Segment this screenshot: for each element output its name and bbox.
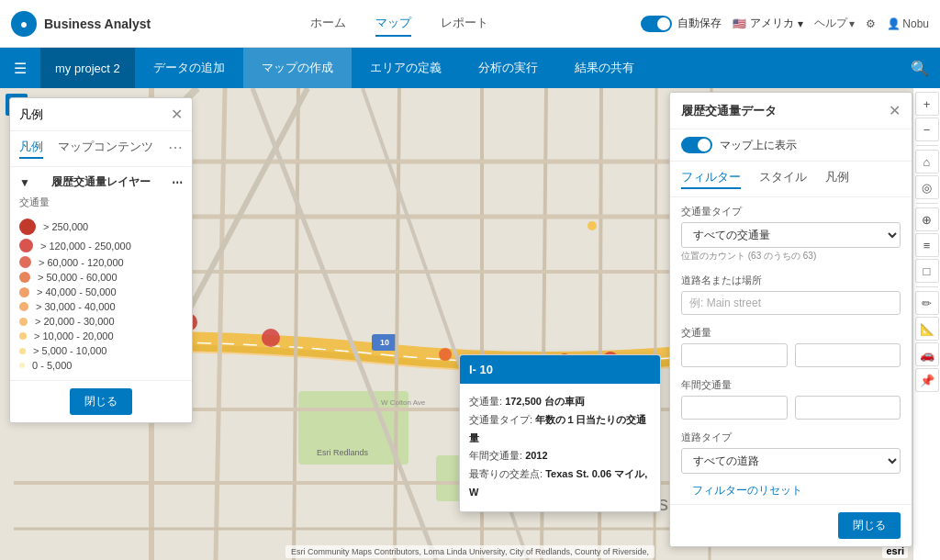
- filter-reset-link[interactable]: フィルターのリセット: [681, 484, 813, 497]
- compass-button[interactable]: ⊕: [915, 207, 939, 231]
- legend-item-label: > 5,000 - 10,000: [33, 345, 106, 356]
- user-menu-button[interactable]: 👤 Nobu: [887, 17, 929, 30]
- legend-more-icon[interactable]: ⋯: [168, 139, 183, 159]
- traffic-min-input[interactable]: 124: [681, 343, 788, 367]
- draw-button[interactable]: ✏: [915, 291, 939, 315]
- legend-item-label: 0 - 5,000: [32, 360, 72, 371]
- traffic-type-section: 交通量タイプ すべての交通量年間平均日交通量ピーク交通量 位置のカウント (63…: [670, 197, 912, 266]
- user-icon: 👤: [887, 17, 901, 30]
- list-item: > 250,000: [19, 217, 183, 237]
- flag-icon: 🇺🇸: [733, 17, 746, 30]
- user-name: Nobu: [902, 17, 929, 30]
- popup-traffic-label: 交通量:: [469, 396, 502, 407]
- search-icon[interactable]: 🔍: [900, 48, 940, 88]
- filter-panel-header: 履歴交通量データ ✕: [670, 93, 912, 129]
- legend-close-btn[interactable]: 閉じる: [70, 388, 132, 415]
- list-item: > 120,000 - 250,000: [19, 237, 183, 254]
- step-create-map-label: マップの作成: [262, 60, 333, 76]
- layer-options-icon[interactable]: ⋯: [172, 176, 183, 189]
- home-extent-button[interactable]: ⌂: [915, 150, 939, 174]
- tab-map-contents[interactable]: マップコンテンツ: [58, 139, 153, 159]
- list-item: 0 - 5,000: [19, 358, 183, 373]
- zoom-out-button[interactable]: −: [915, 118, 939, 141]
- svg-text:W Colton Ave: W Colton Ave: [381, 398, 426, 407]
- toolbar-divider-2: [916, 203, 938, 204]
- legend-items: > 250,000 > 120,000 - 250,000 > 60,000 -…: [10, 213, 192, 380]
- legend-sub-label: 交通量: [10, 194, 192, 213]
- svg-text:Esri Redlands: Esri Redlands: [317, 448, 369, 457]
- annual-max-input[interactable]: 2019: [795, 396, 901, 420]
- legend-dot: [19, 218, 36, 235]
- map-area[interactable]: 10 W Lugonia Ave W Lugo: [0, 88, 940, 560]
- basemap-button[interactable]: □: [915, 259, 939, 283]
- hamburger-menu[interactable]: ☰: [0, 48, 40, 88]
- legend-item-label: > 40,000 - 50,000: [37, 286, 117, 297]
- legend-title: 凡例: [19, 106, 43, 123]
- reset-row: フィルターのリセット: [670, 477, 912, 504]
- measure-button[interactable]: 📐: [915, 317, 939, 341]
- legend-panel: 凡例 ✕ 凡例 マップコンテンツ ⋯ ▼ 履歴交通量レイヤー ⋯ 交通量 > 2…: [9, 97, 193, 423]
- list-item: > 50,000 - 60,000: [19, 270, 183, 285]
- nav-report[interactable]: レポート: [441, 11, 488, 37]
- legend-close-button[interactable]: ✕: [171, 106, 183, 123]
- zoom-in-button[interactable]: +: [915, 92, 939, 116]
- traffic-range-section: 交通量 124 189000: [670, 319, 912, 371]
- annual-min-input[interactable]: 2005: [681, 396, 788, 420]
- legend-item-label: > 10,000 - 20,000: [34, 330, 114, 342]
- settings-button[interactable]: ⚙: [866, 17, 876, 30]
- road-type-select[interactable]: すべての道路高速道路主要道路: [681, 448, 901, 474]
- step-add-data-label: データの追加: [153, 60, 225, 76]
- layer-title-row: ▼ 履歴交通量レイヤー ⋯: [10, 167, 192, 194]
- layer-title-text: 履歴交通量レイヤー: [51, 174, 151, 190]
- legend-header: 凡例 ✕: [10, 98, 192, 131]
- legend-dot: [19, 302, 28, 311]
- app-title: Business Analyst: [44, 17, 151, 31]
- step-add-data[interactable]: データの追加: [135, 48, 243, 88]
- autosave-toggle[interactable]: [641, 16, 672, 32]
- app-logo-icon: ●: [11, 11, 37, 37]
- legend-dot: [19, 348, 26, 354]
- step-define-area[interactable]: エリアの定義: [352, 48, 460, 88]
- filter-close-button[interactable]: 閉じる: [838, 512, 901, 539]
- legend-dot: [19, 256, 31, 268]
- filter-panel-close-button[interactable]: ✕: [889, 102, 901, 119]
- traffic-range-label: 交通量: [681, 326, 901, 340]
- gear-icon: ⚙: [866, 17, 876, 30]
- tab-style[interactable]: スタイル: [759, 169, 807, 189]
- road-name-input[interactable]: [681, 291, 901, 315]
- autosave-control[interactable]: 自動保存: [641, 16, 722, 32]
- layers-button[interactable]: ≡: [915, 233, 939, 257]
- step-share-results-label: 結果の共有: [575, 60, 634, 76]
- annual-range-section: 年間交通量 2005 2019: [670, 371, 912, 423]
- project-name[interactable]: my project 2: [40, 48, 135, 88]
- list-item: > 5,000 - 10,000: [19, 343, 183, 358]
- traffic-type-select[interactable]: すべての交通量年間平均日交通量ピーク交通量: [681, 222, 901, 248]
- list-item: > 60,000 - 120,000: [19, 254, 183, 270]
- legend-footer: 閉じる: [10, 380, 192, 422]
- workflow-steps: データの追加 マップの作成 エリアの定義 分析の実行 結果の共有: [135, 48, 900, 88]
- locate-button[interactable]: ◎: [915, 175, 939, 199]
- nav-home[interactable]: ホーム: [310, 11, 346, 37]
- pin-button[interactable]: 📌: [915, 368, 939, 392]
- filter-panel: 履歴交通量データ ✕ マップ上に表示 フィルター スタイル 凡例 交通量タイプ …: [669, 92, 912, 547]
- right-toolbar: + − ⌂ ◎ ⊕ ≡ □ ✏ 📐 🚗 📌: [912, 88, 940, 560]
- svg-point-42: [588, 221, 597, 230]
- legend-dot: [19, 272, 30, 283]
- help-button[interactable]: ヘルプ ▾: [814, 16, 855, 31]
- popup-header: I- 10: [460, 355, 660, 384]
- tab-fp-legend[interactable]: 凡例: [825, 169, 849, 189]
- map-popup: I- 10 交通量: 172,500 台の車両 交通量タイプ: 年数の１日当たり…: [459, 354, 661, 512]
- popup-type-label: 交通量タイプ:: [469, 414, 532, 425]
- step-run-analysis[interactable]: 分析の実行: [460, 48, 556, 88]
- traffic-max-input[interactable]: 189000: [795, 343, 901, 367]
- tab-filter[interactable]: フィルター: [681, 169, 741, 189]
- step-share-results[interactable]: 結果の共有: [556, 48, 653, 88]
- tab-legend[interactable]: 凡例: [19, 139, 43, 159]
- traffic-range-row: 124 189000: [681, 343, 901, 367]
- region-selector[interactable]: 🇺🇸 アメリカ ▾: [733, 16, 803, 31]
- car-icon[interactable]: 🚗: [915, 342, 939, 366]
- map-display-toggle[interactable]: [681, 137, 712, 153]
- step-run-analysis-label: 分析の実行: [478, 60, 538, 76]
- nav-map[interactable]: マップ: [375, 11, 411, 37]
- step-create-map[interactable]: マップの作成: [243, 48, 352, 88]
